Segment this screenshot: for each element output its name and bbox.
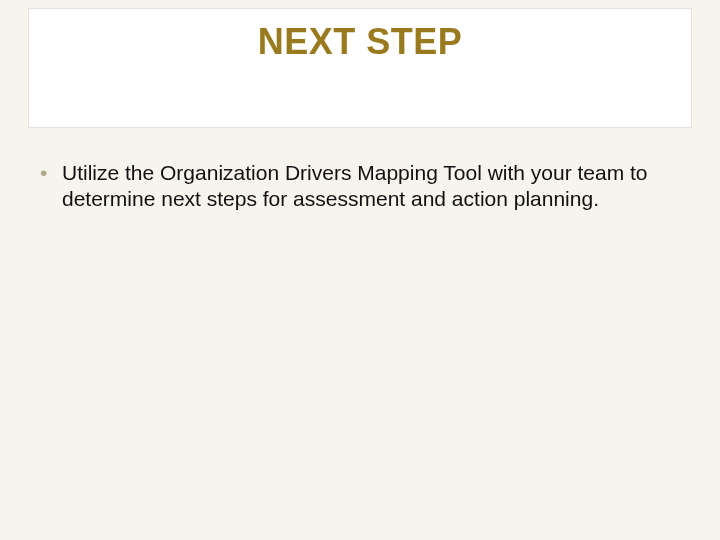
slide-title: NEXT STEP <box>258 21 463 63</box>
list-item: Utilize the Organization Drivers Mapping… <box>36 160 680 213</box>
bullet-list: Utilize the Organization Drivers Mapping… <box>36 160 680 213</box>
bullet-text: Utilize the Organization Drivers Mapping… <box>62 161 648 210</box>
slide: NEXT STEP Utilize the Organization Drive… <box>0 0 720 540</box>
slide-body: Utilize the Organization Drivers Mapping… <box>36 160 680 213</box>
slide-title-box: NEXT STEP <box>28 8 692 128</box>
